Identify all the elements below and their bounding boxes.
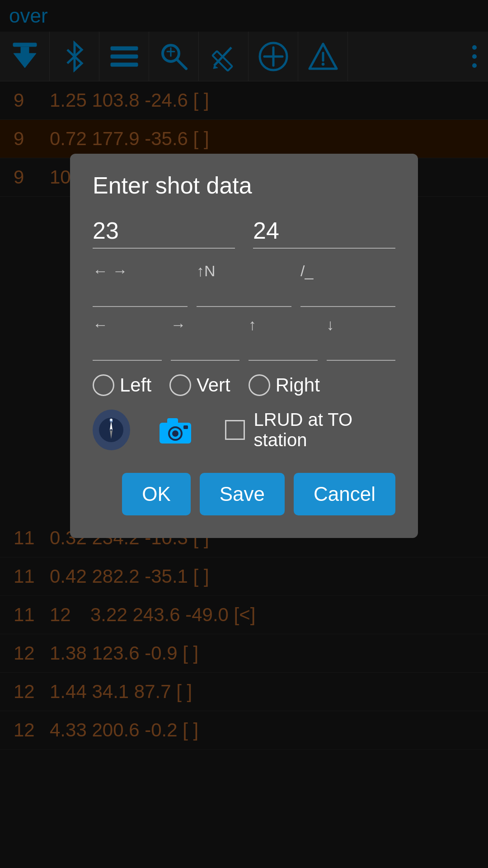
to-station-value: 24 — [253, 217, 279, 244]
modal-overlay: Enter shot data 23 24 ← → ↑N — [0, 0, 488, 868]
lrud-at-to-station-label: LRUD at TO station — [254, 410, 395, 450]
cancel-button[interactable]: Cancel — [294, 473, 395, 515]
radio-right[interactable]: Right — [249, 374, 320, 396]
measurement-row-1: ← → ↑N /_ — [93, 262, 395, 307]
lrud-at-to-station-row: LRUD at TO station — [225, 410, 395, 450]
lrud-up-field[interactable]: ↑ — [249, 316, 318, 361]
slope-label: /_ — [300, 262, 395, 280]
lrud-up-label: ↑ — [249, 316, 318, 334]
lrud-left-label: ← — [93, 316, 162, 334]
lrud-down-field[interactable]: ↓ — [327, 316, 396, 361]
from-station-field[interactable]: 23 — [93, 217, 235, 249]
lrud-right-label: → — [171, 316, 240, 334]
from-station-value: 23 — [93, 217, 119, 244]
direction-field[interactable]: ← → — [93, 262, 188, 307]
compass-button[interactable]: N — [93, 410, 130, 450]
camera-button[interactable] — [157, 414, 193, 446]
svg-text:N: N — [110, 419, 113, 423]
slope-value — [300, 283, 395, 302]
north-value — [197, 283, 291, 302]
station-row: 23 24 — [93, 217, 395, 249]
radio-left-label: Left — [120, 374, 151, 396]
radio-left[interactable]: Left — [93, 374, 151, 396]
slope-field[interactable]: /_ — [300, 262, 395, 307]
lrud-up-value — [249, 336, 318, 356]
radio-right-label: Right — [276, 374, 320, 396]
dialog-title: Enter shot data — [93, 172, 395, 199]
north-label: ↑N — [197, 262, 291, 280]
dialog-button-row: OK Save Cancel — [93, 473, 395, 515]
radio-vert[interactable]: Vert — [169, 374, 230, 396]
ok-button[interactable]: OK — [122, 473, 191, 515]
lrud-down-value — [327, 336, 396, 356]
lrud-left-field[interactable]: ← — [93, 316, 162, 361]
radio-vert-label: Vert — [197, 374, 230, 396]
save-button[interactable]: Save — [200, 473, 285, 515]
lrud-row: ← → ↑ ↓ — [93, 316, 395, 361]
passage-type-radio-group: Left Vert Right — [93, 374, 395, 396]
lrud-down-label: ↓ — [327, 316, 396, 334]
svg-point-31 — [172, 430, 178, 437]
lrud-left-value — [93, 336, 162, 356]
lrud-at-to-station-checkbox[interactable] — [225, 420, 245, 440]
tools-row: N LRUD at TO station — [93, 410, 395, 450]
radio-vert-circle — [169, 374, 191, 396]
direction-value — [93, 283, 188, 302]
radio-left-circle — [93, 374, 114, 396]
lrud-right-field[interactable]: → — [171, 316, 240, 361]
radio-right-circle — [249, 374, 270, 396]
direction-label: ← → — [93, 262, 188, 280]
svg-rect-28 — [167, 418, 178, 425]
lrud-right-value — [171, 336, 240, 356]
to-station-field[interactable]: 24 — [253, 217, 395, 249]
north-field[interactable]: ↑N — [197, 262, 291, 307]
shot-data-dialog: Enter shot data 23 24 ← → ↑N — [70, 154, 418, 538]
svg-rect-32 — [183, 425, 188, 429]
